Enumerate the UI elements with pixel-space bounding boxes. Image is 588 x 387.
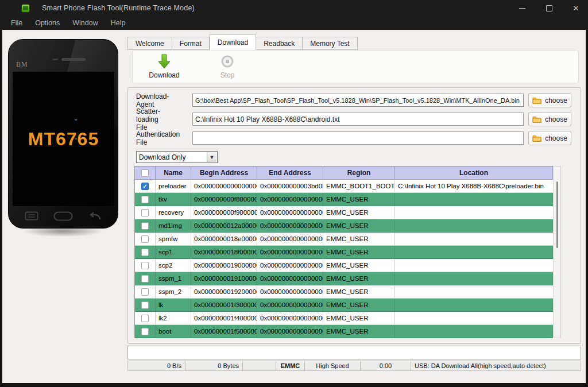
- row-checkbox[interactable]: [141, 222, 149, 230]
- table-row[interactable]: tkv0x000000000f8000000x0000000000000000E…: [135, 193, 553, 206]
- row-checkbox[interactable]: [141, 209, 149, 216]
- progress-bar: [127, 346, 581, 359]
- table-cell: 0x0000000018e00000: [191, 233, 257, 245]
- download-agent-input[interactable]: [192, 94, 524, 107]
- table-cell: [395, 233, 553, 245]
- table-row[interactable]: recovery0x000000000f9000000x000000000000…: [135, 206, 553, 219]
- phone-screen: MT6765: [13, 72, 114, 206]
- table-cell: 0x0000000000000000: [257, 193, 323, 206]
- table-cell: 0x0000000000000000: [257, 259, 323, 272]
- tab-format[interactable]: Format: [172, 37, 210, 50]
- table-cell: 0x0000000000000000: [257, 325, 323, 338]
- column-header-begin[interactable]: Begin Address: [191, 167, 257, 179]
- row-checkbox[interactable]: [141, 328, 149, 335]
- status-time: 0:00: [361, 361, 411, 370]
- table-cell: 0x0000000012a00000: [191, 219, 257, 232]
- table-cell: [135, 219, 156, 232]
- table-row[interactable]: scp10x0000000018f000000x0000000000000000…: [135, 246, 553, 259]
- close-icon[interactable]: ✕: [572, 4, 580, 12]
- status-usb-mode: USB: DA Download All(high speed,auto det…: [411, 361, 581, 370]
- chipset-label: MT6765: [28, 129, 99, 150]
- status-bar: 0 B/s 0 Bytes EMMC High Speed 0:00 USB: …: [127, 361, 581, 371]
- auth-file-choose-button[interactable]: choose: [528, 131, 571, 145]
- table-scrollbar-thumb[interactable]: [556, 181, 558, 248]
- table-row[interactable]: lk0x000000001f3000000x0000000000000000EM…: [135, 299, 553, 312]
- row-checkbox[interactable]: [141, 262, 149, 269]
- table-row[interactable]: spmfw0x0000000018e000000x000000000000000…: [135, 233, 553, 246]
- table-cell: EMMC_USER: [323, 299, 395, 311]
- row-checkbox[interactable]: [141, 183, 149, 190]
- row-checkbox[interactable]: [141, 275, 149, 282]
- table-cell: 0x0000000000000000: [257, 246, 323, 258]
- table-cell: spmfw: [156, 233, 191, 245]
- row-checkbox[interactable]: [141, 315, 149, 322]
- menu-file[interactable]: File: [5, 19, 29, 27]
- select-all-checkbox[interactable]: [141, 169, 149, 177]
- table-cell: 0x0000000000000000: [257, 312, 323, 324]
- row-checkbox[interactable]: [141, 249, 149, 256]
- table-cell: EMMC_USER: [323, 312, 395, 324]
- scatter-file-input[interactable]: [192, 113, 524, 126]
- table-cell: 0x000000000f900000: [191, 206, 257, 219]
- table-cell: 0x0000000000000000: [257, 272, 323, 285]
- mode-select[interactable]: Download Only ▼: [136, 151, 218, 163]
- status-empty: [243, 361, 276, 370]
- menubar: File Options Window Help: [0, 16, 588, 30]
- column-header-name[interactable]: Name: [156, 167, 191, 179]
- auth-file-input[interactable]: [192, 131, 524, 145]
- row-checkbox[interactable]: [141, 288, 149, 296]
- table-row[interactable]: sspm_20x00000000192000000x00000000000000…: [135, 285, 553, 299]
- row-checkbox[interactable]: [141, 235, 149, 243]
- menu-options[interactable]: Options: [29, 19, 66, 27]
- tab-welcome[interactable]: Welcome: [127, 37, 172, 50]
- download-panel: Download-Agent choose Scatter-loading Fi…: [127, 87, 581, 344]
- table-cell: lk2: [156, 312, 191, 324]
- tab-memory-test[interactable]: Memory Test: [303, 37, 357, 50]
- table-row[interactable]: boot0x000000001f5000000x0000000000000000…: [135, 325, 553, 338]
- toolbar: Download Stop: [132, 50, 579, 83]
- row-checkbox[interactable]: [141, 196, 149, 203]
- column-header-region[interactable]: Region: [323, 167, 395, 179]
- phone-home-icon: [53, 211, 73, 221]
- folder-icon: [532, 96, 541, 104]
- table-row[interactable]: preloader0x00000000000000000x00000000000…: [135, 180, 553, 193]
- partition-table: Name Begin Address End Address Region Lo…: [134, 166, 553, 338]
- table-cell: lk: [156, 299, 191, 311]
- table-row[interactable]: scp20x00000000190000000x0000000000000000…: [135, 259, 553, 272]
- maximize-icon[interactable]: [545, 4, 553, 12]
- table-cell: [395, 312, 553, 324]
- table-cell: 0x000000000f800000: [191, 193, 257, 206]
- auth-dropdown-icon[interactable]: ⌄: [71, 133, 81, 142]
- column-header-location[interactable]: Location: [395, 167, 553, 179]
- minimize-icon[interactable]: [518, 4, 526, 12]
- scatter-dropdown-icon[interactable]: ⌄: [71, 114, 81, 123]
- table-row[interactable]: md1img0x0000000012a000000x00000000000000…: [135, 219, 553, 233]
- table-cell: EMMC_USER: [323, 246, 395, 258]
- table-cell: 0x0000000000000000: [257, 219, 323, 232]
- download-agent-choose-button[interactable]: choose: [528, 93, 571, 107]
- choose-button-label: choose: [545, 115, 567, 123]
- table-cell: [135, 325, 156, 338]
- mode-select-arrow-icon[interactable]: ▼: [207, 152, 216, 162]
- table-cell: EMMC_USER: [323, 285, 395, 298]
- scatter-file-label: Scatter-loading File: [136, 107, 160, 131]
- table-scrollbar[interactable]: [554, 166, 561, 338]
- table-cell: boot: [156, 325, 191, 338]
- folder-icon: [532, 134, 541, 142]
- table-cell: [135, 312, 156, 324]
- stop-button[interactable]: Stop: [196, 51, 259, 83]
- table-cell: EMMC_USER: [323, 272, 395, 285]
- table-cell: EMMC_BOOT1_BOOT2: [323, 180, 395, 192]
- scatter-file-choose-button[interactable]: choose: [528, 112, 571, 126]
- download-button[interactable]: Download: [133, 51, 196, 83]
- row-checkbox[interactable]: [141, 301, 149, 309]
- column-header-end[interactable]: End Address: [257, 167, 323, 179]
- menu-help[interactable]: Help: [105, 19, 132, 27]
- table-row[interactable]: sspm_10x00000000191000000x00000000000000…: [135, 272, 553, 285]
- table-cell: md1img: [156, 219, 191, 232]
- tab-readback[interactable]: Readback: [256, 37, 303, 50]
- tab-download[interactable]: Download: [210, 34, 256, 50]
- table-cell: EMMC_USER: [323, 325, 395, 338]
- menu-window[interactable]: Window: [66, 19, 104, 27]
- table-row[interactable]: lk20x000000001f4000000x0000000000000000E…: [135, 312, 553, 325]
